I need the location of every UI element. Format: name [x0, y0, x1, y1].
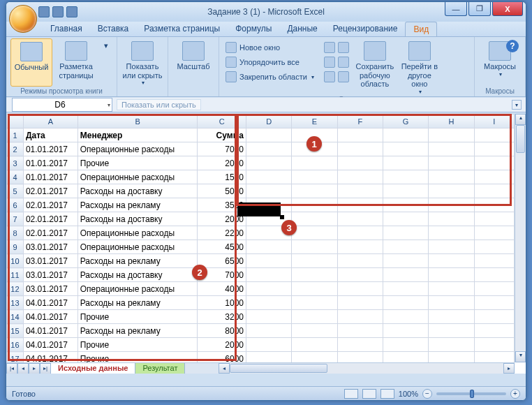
cell[interactable]: [246, 128, 292, 142]
row-header[interactable]: 2: [7, 142, 24, 156]
row-header[interactable]: 14: [7, 310, 24, 324]
cell[interactable]: [474, 142, 514, 156]
row-header[interactable]: 3: [7, 156, 24, 170]
tab-insert[interactable]: Вставка: [90, 22, 137, 36]
row-header[interactable]: 11: [7, 268, 24, 282]
zoom-level[interactable]: 100%: [399, 390, 418, 398]
table-row[interactable]: 1404.01.2017Прочие3200: [7, 310, 515, 324]
cell[interactable]: Расходы на доставку: [77, 184, 198, 198]
cell[interactable]: [383, 170, 428, 184]
cell[interactable]: [383, 212, 428, 226]
cell[interactable]: Операционные расходы: [77, 170, 198, 184]
cell[interactable]: [429, 142, 474, 156]
cell[interactable]: [246, 282, 292, 296]
row-header[interactable]: 15: [7, 324, 24, 338]
cell[interactable]: [474, 338, 514, 352]
cell[interactable]: [383, 156, 428, 170]
cell[interactable]: [246, 338, 292, 352]
cell[interactable]: [292, 338, 337, 352]
cell[interactable]: Расходы на рекламу: [77, 254, 198, 268]
cell[interactable]: [337, 226, 383, 240]
tab-nav-prev[interactable]: ◂: [17, 363, 29, 374]
tab-nav-next[interactable]: ▸: [29, 363, 40, 374]
cell[interactable]: [474, 184, 514, 198]
cell[interactable]: [429, 156, 474, 170]
select-all-corner[interactable]: [7, 115, 24, 128]
table-row[interactable]: 1504.01.2017Расходы на рекламу8000: [7, 324, 515, 338]
cell[interactable]: [474, 352, 514, 363]
cell[interactable]: Расходы на рекламу: [77, 198, 198, 212]
cell[interactable]: 04.01.2017: [23, 310, 77, 324]
vscroll-track[interactable]: [515, 125, 526, 351]
cell[interactable]: [383, 282, 428, 296]
table-row[interactable]: 802.01.2017Операционные расходы2200: [7, 226, 515, 240]
cell[interactable]: Операционные расходы: [77, 240, 198, 254]
cell[interactable]: Прочие: [77, 352, 198, 363]
save-icon[interactable]: [38, 6, 50, 17]
cell[interactable]: [337, 352, 383, 363]
cell[interactable]: 02.01.2017: [23, 212, 77, 226]
cell[interactable]: 01.01.2017: [23, 170, 77, 184]
tab-nav-first[interactable]: |◂: [6, 363, 17, 374]
cell[interactable]: [337, 170, 383, 184]
cell[interactable]: [292, 282, 337, 296]
view-pagelayout-icon[interactable]: [362, 389, 376, 399]
row-header[interactable]: 17: [7, 352, 24, 363]
cell[interactable]: Расходы на рекламу: [77, 296, 198, 310]
cell[interactable]: [383, 268, 428, 282]
reset-pos-icon[interactable]: [338, 71, 349, 82]
zoom-thumb[interactable]: [470, 390, 474, 398]
cell[interactable]: [474, 296, 514, 310]
cell[interactable]: [383, 296, 428, 310]
cell[interactable]: 03.01.2017: [23, 240, 77, 254]
vertical-scrollbar[interactable]: ▴ ▾: [515, 114, 526, 362]
cell[interactable]: [474, 226, 514, 240]
cell[interactable]: Сумма: [198, 128, 246, 142]
undo-icon[interactable]: [52, 6, 64, 17]
cell[interactable]: [474, 156, 514, 170]
cell[interactable]: 04.01.2017: [23, 324, 77, 338]
col-header-b[interactable]: B: [77, 115, 198, 128]
cell[interactable]: [429, 254, 474, 268]
cell[interactable]: [337, 198, 383, 212]
cell[interactable]: [474, 324, 514, 338]
cell[interactable]: [337, 310, 383, 324]
cell[interactable]: [292, 156, 337, 170]
cell[interactable]: [429, 310, 474, 324]
cell[interactable]: 2000: [198, 338, 246, 352]
cell[interactable]: [429, 352, 474, 363]
cell[interactable]: [429, 170, 474, 184]
cell[interactable]: 2200: [198, 226, 246, 240]
cell[interactable]: [383, 310, 428, 324]
col-header-a[interactable]: A: [23, 115, 77, 128]
cell[interactable]: [292, 212, 337, 226]
cell[interactable]: [474, 170, 514, 184]
cell[interactable]: [474, 212, 514, 226]
tab-review[interactable]: Рецензирование: [325, 22, 406, 36]
cell[interactable]: [292, 184, 337, 198]
cell[interactable]: [383, 142, 428, 156]
cell[interactable]: [292, 296, 337, 310]
cell[interactable]: [383, 240, 428, 254]
views-more-button[interactable]: ▾: [100, 38, 112, 87]
cell[interactable]: 01.01.2017: [23, 156, 77, 170]
cell[interactable]: 03.01.2017: [23, 254, 77, 268]
cell[interactable]: [337, 184, 383, 198]
cell[interactable]: [246, 352, 292, 363]
cell[interactable]: 1500: [198, 170, 246, 184]
redo-icon[interactable]: [66, 6, 77, 17]
cell[interactable]: Расходы на доставку: [77, 268, 198, 282]
tab-view[interactable]: Вид: [405, 22, 437, 36]
cell[interactable]: [292, 226, 337, 240]
cell[interactable]: 03.01.2017: [23, 282, 77, 296]
switch-windows-button[interactable]: Перейти в другое окно▾: [399, 38, 441, 95]
cell[interactable]: [429, 338, 474, 352]
maximize-button[interactable]: ❐: [468, 2, 491, 16]
cell[interactable]: [474, 282, 514, 296]
cell[interactable]: Прочие: [77, 156, 198, 170]
cell[interactable]: Расходы на доставку: [77, 212, 198, 226]
titlebar[interactable]: Задание 3 (1) - Microsoft Excel — ❐ X: [6, 2, 526, 22]
cell[interactable]: [383, 352, 428, 363]
cell[interactable]: [337, 212, 383, 226]
cell[interactable]: [474, 310, 514, 324]
